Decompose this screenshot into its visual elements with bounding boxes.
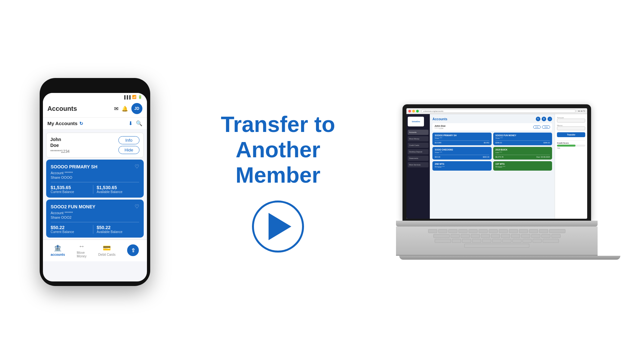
transfer-button[interactable]: Transfer [557, 132, 585, 137]
battery-icon: 🔋 [138, 95, 142, 99]
key [499, 229, 508, 233]
accounts-nav-label: accounts [51, 253, 65, 256]
hide-button[interactable]: Hide [118, 146, 139, 154]
amount-input[interactable] [557, 119, 585, 123]
credit-fill [557, 145, 575, 147]
email-icon[interactable]: ✉ [114, 106, 118, 112]
move-money-icon: ↔ [78, 242, 85, 250]
current-label-1: Current Balance [51, 190, 93, 194]
key [472, 239, 481, 243]
available-label-2: Available Balance [97, 230, 139, 234]
laptop-sidebar: UnitedOne Accounts Move Money Credit Car… [406, 114, 430, 219]
download-icon[interactable]: ⬇ [128, 120, 133, 126]
expand-dot [416, 110, 419, 112]
member-buttons: Info Hide [533, 125, 550, 129]
card-share-1: Share OOOO [51, 176, 139, 179]
key [529, 229, 538, 233]
laptop-screen: unitedone.org/accounts ⬅ ➡ ↻ UnitedOne A… [406, 108, 587, 219]
play-button[interactable] [252, 201, 304, 253]
key [469, 229, 478, 233]
key [531, 234, 540, 238]
sidebar-more-services[interactable]: More Services [408, 162, 429, 167]
favorite-icon-2[interactable]: ♡ [135, 203, 139, 210]
laptop-card-5: 1ST MTG Mortgage **** [493, 161, 552, 171]
move-money-label: MoveMoney [77, 251, 86, 258]
sidebar-accounts[interactable]: Accounts [408, 130, 429, 135]
info-button[interactable]: Info [118, 136, 139, 144]
account-buttons: Info Hide [118, 136, 139, 154]
url-bar[interactable]: unitedone.org/accounts [421, 110, 575, 113]
nav-move-money[interactable]: ↔ MoveMoney [77, 242, 86, 258]
content-header: Accounts ↻ ⬇ + [432, 117, 552, 121]
card-header-2: SOOO2 FUN MONEY ♡ [51, 203, 139, 210]
laptop-card-1: SOOO2 FUN MONEY Share **** $396.02 $396.… [493, 133, 552, 145]
sidebar-move-money[interactable]: Move Money [408, 136, 429, 141]
key-enter [543, 239, 559, 243]
nav-debit-cards[interactable]: 💳 Debit Cards [98, 244, 115, 256]
laptop-content-area: Accounts ↻ ⬇ + John Doe ******1234 [430, 114, 555, 219]
credit-score-label: Credit Score [557, 142, 585, 144]
user-name: John Doe [50, 136, 70, 148]
sidebar-desktop-deposit[interactable]: Desktop Deposit [408, 149, 429, 154]
card-amounts-0: $10,589 $9,852 [435, 140, 489, 144]
content-title: Accounts [432, 117, 447, 121]
search-icon[interactable]: 🔍 [136, 120, 142, 126]
laptop-base [396, 221, 598, 227]
up-button[interactable]: ⇧ [127, 244, 139, 256]
phone-status-bar: ▐▐▐ 📶 🔋 [43, 93, 147, 100]
available-amount-2: $50.22 [97, 225, 139, 230]
action-btn-2[interactable]: ⬇ [542, 117, 546, 121]
sidebar-credit-cards[interactable]: Credit Cards [408, 143, 429, 148]
key [501, 234, 510, 238]
action-btn-1[interactable]: ↻ [536, 117, 540, 121]
browser-icons: ⬅ ➡ ↻ [578, 110, 585, 112]
key [461, 234, 470, 238]
key [512, 239, 522, 243]
action-btn-3[interactable]: + [548, 117, 552, 121]
available-balance-col-1: $1,530.65 Available Balance [93, 185, 139, 194]
john-doe-card: John Doe *******1234 Info Hide [46, 133, 144, 158]
card-header-1: SOOOO PRIMARY SH ♡ [51, 163, 139, 170]
phone-screen: ▐▐▐ 📶 🔋 Accounts ✉ 🔔 JD My Accounts ↻ [43, 93, 147, 281]
favorite-icon-1[interactable]: ♡ [135, 163, 139, 170]
available-balance-col-2: $50.22 Available Balance [93, 225, 139, 234]
card-share-2: Share OOO2 [51, 215, 139, 219]
card-name-1: SOOOO PRIMARY SH [51, 164, 98, 169]
member-info: John Doe ******1234 [434, 124, 445, 129]
laptop-info-btn[interactable]: Info [533, 125, 541, 129]
key [491, 234, 500, 238]
available-amount-1: $1,530.65 [97, 185, 139, 190]
key [479, 229, 488, 233]
current-label-2: Current Balance [51, 230, 93, 234]
key [492, 239, 501, 243]
key [521, 234, 530, 238]
fun-money-card: SOOO2 FUN MONEY ♡ Account ****** Share O… [46, 200, 144, 238]
key [438, 229, 447, 233]
refresh-icon[interactable]: ↻ [79, 121, 83, 126]
accounts-actions: ⬇ 🔍 [128, 120, 142, 126]
bell-icon[interactable]: 🔔 [122, 106, 128, 112]
laptop-hide-btn[interactable]: Hide [542, 125, 550, 129]
status-icons: ▐▐▐ 📶 🔋 [123, 95, 142, 99]
laptop-card-3: 2019 BUICK Loan **** $9,475.78 Due: 03-0… [493, 147, 552, 160]
minimize-dot [412, 110, 415, 112]
key [448, 229, 457, 233]
user-info: John Doe *******1234 [50, 136, 70, 154]
laptop-card-4: 2ND MTG Mortgage **** [432, 161, 492, 171]
member-row: John Doe ******1234 Info Hide [432, 123, 552, 131]
nav-up[interactable]: ⇧ [127, 244, 139, 256]
key-tab [433, 234, 450, 238]
nav-accounts[interactable]: 🏦 accounts [51, 244, 65, 256]
card-name-2: SOOO2 FUN MONEY [51, 204, 96, 209]
key-space [464, 244, 529, 248]
user-avatar[interactable]: JD [131, 103, 142, 114]
key [511, 234, 520, 238]
memo-input[interactable] [557, 126, 585, 130]
key [502, 239, 511, 243]
account-number: *******1234 [50, 149, 70, 154]
my-accounts-label: My Accounts ↻ [47, 121, 84, 126]
sidebar-statements[interactable]: Statements [408, 156, 429, 161]
accounts-nav-icon: 🏦 [54, 244, 62, 252]
main-headline: Transfer to Another Member [221, 111, 335, 188]
laptop-screen-wrapper: unitedone.org/accounts ⬅ ➡ ↻ UnitedOne A… [403, 104, 591, 221]
